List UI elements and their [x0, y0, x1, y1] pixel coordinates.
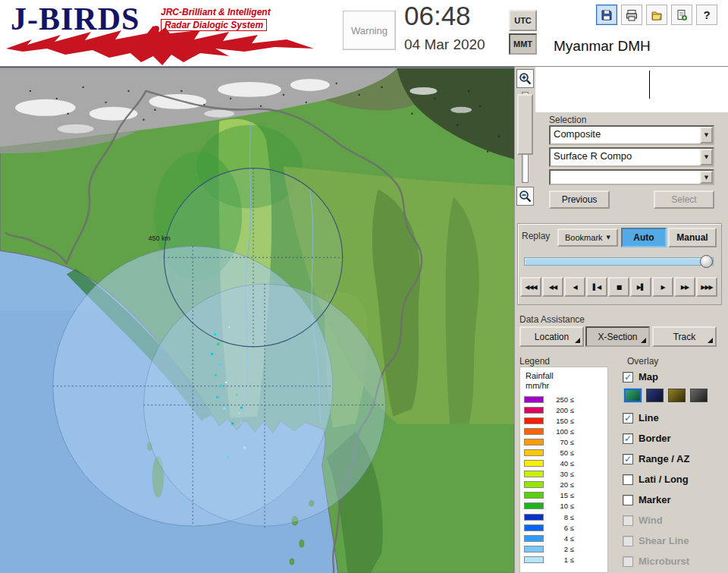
overlay-item-microburst[interactable]: Microburst [623, 551, 728, 571]
extra-dropdown[interactable]: ▼ [549, 169, 714, 185]
help-icon: ? [703, 8, 710, 21]
overlay-item-label: Microburst [639, 556, 689, 567]
composite-dropdown-button[interactable]: ▼ [700, 127, 713, 143]
bookmark-button[interactable]: Bookmark ▼ [557, 228, 618, 247]
legend-unit-line1: Rainfall [526, 371, 554, 380]
utc-button[interactable]: UTC [509, 10, 537, 31]
legend-color-swatch [524, 449, 544, 456]
extra-dropdown-value [551, 171, 700, 184]
select-button[interactable]: Select [654, 190, 714, 209]
replay-timeline-slider[interactable] [524, 257, 714, 266]
location-button[interactable]: Location [519, 326, 584, 347]
open-folder-icon [651, 9, 663, 21]
checkbox[interactable]: ✓ [623, 372, 633, 383]
play-reverse-button[interactable]: ◀ [564, 277, 585, 297]
save-button[interactable] [596, 5, 617, 25]
open-folder-button[interactable] [646, 5, 667, 25]
map-style-swatch-4[interactable] [690, 389, 708, 402]
replay-slider-handle[interactable] [700, 255, 713, 268]
checkbox[interactable] [623, 556, 633, 567]
legend-unit-line2: mm/hr [526, 381, 549, 390]
legend-color-swatch [524, 428, 544, 435]
legend-color-swatch [524, 460, 544, 467]
overlay-item-lati-long[interactable]: Lati / Long [623, 469, 728, 490]
overlay-item-label: Range / AZ [639, 453, 689, 464]
overlay-label: Overlay [627, 356, 658, 367]
auto-mode-button[interactable]: Auto [621, 228, 667, 247]
previous-button[interactable]: Previous [549, 190, 610, 209]
legend-row: 200 ≤ [524, 405, 606, 415]
legend-color-swatch [524, 492, 544, 499]
stop-button[interactable]: ■ [608, 277, 629, 297]
mmt-button[interactable]: MMT [509, 33, 537, 55]
product-dropdown[interactable]: Surface R Compo ▼ [549, 147, 714, 167]
overlay-item-border[interactable]: ✓Border [623, 428, 728, 449]
legend-color-swatch [524, 481, 544, 488]
print-button[interactable] [621, 5, 642, 25]
replay-label: Replay [522, 231, 550, 241]
checkbox[interactable] [623, 515, 633, 526]
corner-handle-icon [708, 338, 713, 343]
legend-row: 100 ≤ [524, 426, 606, 436]
overlay-item-marker[interactable]: Marker [623, 490, 728, 510]
fast-rewind-button[interactable]: ◀◀ [542, 277, 563, 297]
help-button[interactable]: ? [696, 5, 717, 25]
legend-row: 2 ≤ [524, 543, 606, 554]
map-style-swatch-3[interactable] [668, 389, 686, 402]
legend-row: 30 ≤ [524, 469, 606, 480]
legend-row: 8 ≤ [524, 512, 606, 522]
chevron-down-icon: ▼ [607, 235, 610, 241]
zoom-in-button[interactable] [516, 69, 534, 88]
export-button[interactable] [671, 5, 692, 25]
radar-map-viewport[interactable]: 450 km [0, 67, 514, 573]
legend-color-swatch [524, 407, 544, 414]
checkbox[interactable] [623, 536, 633, 546]
legend-threshold-label: 250 ≤ [544, 395, 574, 404]
print-icon [626, 9, 638, 21]
legend-row: 20 ≤ [524, 480, 606, 490]
track-button[interactable]: Track [652, 326, 717, 347]
overlay-item-map[interactable]: ✓ Map [623, 367, 728, 387]
legend-threshold-label: 70 ≤ [544, 438, 574, 446]
legend-threshold-label: 50 ≤ [544, 449, 574, 457]
checkbox[interactable]: ✓ [623, 454, 633, 464]
legend-row: 150 ≤ [524, 415, 606, 426]
zoom-slider-thumb[interactable] [517, 94, 533, 155]
legend-color-swatch [524, 502, 544, 509]
legend-color-swatch [524, 514, 544, 521]
warning-indicator[interactable]: Warning [343, 11, 396, 50]
fast-forward-button[interactable]: ▶▶ [674, 277, 695, 297]
product-dropdown-button[interactable]: ▼ [700, 149, 713, 165]
radar-map[interactable]: 450 km [0, 68, 514, 573]
checkbox[interactable]: ✓ [623, 433, 633, 444]
station-input-area[interactable] [535, 67, 728, 112]
legend-threshold-label: 4 ≤ [544, 534, 574, 543]
checkbox[interactable]: ✓ [623, 413, 633, 423]
overlay-item-range-az[interactable]: ✓Range / AZ [623, 449, 728, 469]
checkbox[interactable] [623, 495, 633, 505]
play-button[interactable]: ▶ [652, 277, 673, 297]
zoom-out-icon [519, 190, 532, 203]
extra-dropdown-button[interactable]: ▼ [700, 171, 713, 184]
composite-dropdown[interactable]: Composite ▼ [549, 125, 714, 145]
legend-row: 70 ≤ [524, 436, 606, 447]
legend-row: 250 ≤ [524, 394, 606, 405]
overlay-item-shear-line[interactable]: Shear Line [623, 530, 728, 551]
step-back-button[interactable]: ▌◀ [586, 277, 607, 297]
legend-row: 40 ≤ [524, 458, 606, 469]
jump-end-button[interactable]: ▶▶▶ [696, 277, 717, 297]
jump-start-button[interactable]: ◀◀◀ [520, 277, 541, 297]
legend-threshold-label: 20 ≤ [544, 480, 574, 489]
legend-threshold-label: 8 ≤ [544, 513, 574, 521]
legend-color-swatch [524, 556, 544, 563]
xsection-button[interactable]: X-Section [585, 326, 650, 347]
manual-mode-button[interactable]: Manual [668, 228, 717, 247]
overlay-item-wind[interactable]: Wind [623, 510, 728, 530]
checkbox[interactable] [623, 474, 633, 485]
map-style-swatch-2[interactable] [646, 389, 664, 402]
zoom-out-button[interactable] [516, 187, 534, 206]
corner-handle-icon [575, 338, 580, 343]
overlay-item-line[interactable]: ✓Line [623, 408, 728, 428]
step-forward-button[interactable]: ▶▌ [630, 277, 651, 297]
map-style-swatch-1[interactable] [624, 389, 642, 402]
